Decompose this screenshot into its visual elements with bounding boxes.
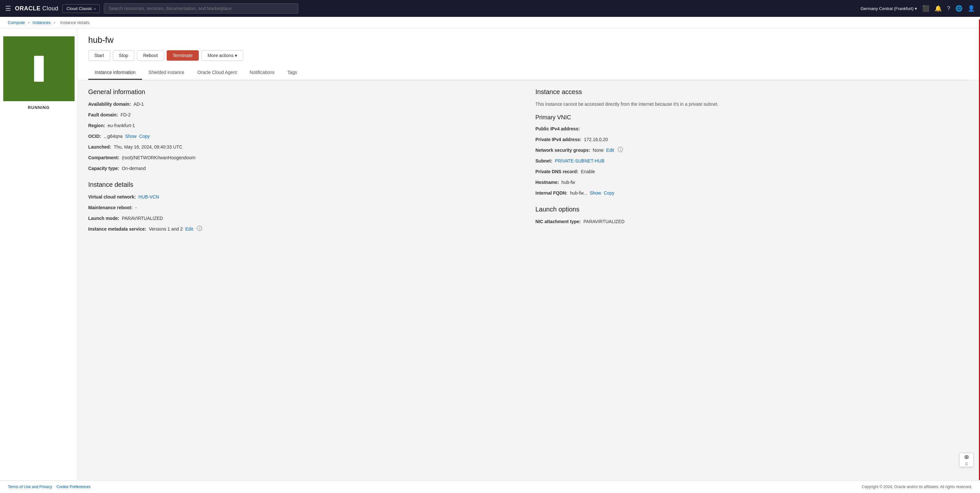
- right-panel: hub-fw Start Stop Reboot Terminate More …: [78, 29, 980, 492]
- instance-details-section: Instance details Virtual cloud network: …: [88, 181, 522, 232]
- nic-attachment-value: PARAVIRTUALIZED: [583, 218, 625, 225]
- nsg-value: None: [593, 147, 603, 154]
- help-widget[interactable]: ⊕ ⠿: [959, 453, 974, 467]
- instance-details-title: Instance details: [88, 181, 522, 188]
- help-widget-icon: ⊕: [964, 453, 969, 461]
- vcn-label: Virtual cloud network:: [88, 194, 136, 200]
- launched-value: Thu, May 16, 2024, 09:40:33 UTC: [114, 144, 183, 151]
- nsg-info-icon[interactable]: i: [618, 147, 623, 152]
- nsg-edit-link[interactable]: Edit: [606, 147, 614, 154]
- oracle-logo: ORACLE Cloud: [15, 5, 58, 12]
- terms-link[interactable]: Terms of Use and Privacy: [8, 485, 52, 489]
- region-value: eu-frankfurt-1: [108, 122, 135, 129]
- help-icon[interactable]: ?: [947, 5, 950, 12]
- subnet-value-link[interactable]: PRIVATE-SUBNET-HUB: [555, 157, 605, 164]
- maintenance-reboot-row: Maintenance reboot: -: [88, 204, 522, 211]
- ocid-value: ...g64qna: [104, 133, 123, 140]
- breadcrumb: Compute › Instances › Instance details: [0, 17, 980, 29]
- footer-left: Terms of Use and Privacy Cookie Preferen…: [8, 485, 91, 489]
- user-avatar[interactable]: 👤: [968, 5, 975, 12]
- action-buttons: Start Stop Reboot Terminate More actions…: [88, 50, 970, 60]
- more-actions-label: More actions: [208, 53, 234, 58]
- launch-options-section: Launch options NIC attachment type: PARA…: [535, 206, 970, 225]
- fqdn-row: Internal FQDN: hub-fw... Show Copy: [535, 190, 970, 197]
- instance-image: [3, 36, 75, 101]
- breadcrumb-compute[interactable]: Compute: [8, 20, 25, 25]
- nic-attachment-row: NIC attachment type: PARAVIRTUALIZED: [535, 218, 970, 225]
- instance-access-title: Instance access: [535, 88, 970, 96]
- main-content: RUNNING hub-fw Start Stop Reboot Termina…: [0, 29, 980, 492]
- more-actions-button[interactable]: More actions ▾: [201, 50, 243, 60]
- launched-row: Launched: Thu, May 16, 2024, 09:40:33 UT…: [88, 144, 522, 151]
- start-button[interactable]: Start: [88, 50, 110, 60]
- compartment-value: (root)/NETWORK/IwanHoogendoorn: [122, 154, 196, 161]
- instance-image-icon: [34, 56, 44, 82]
- general-information: General information Availability domain:…: [88, 88, 522, 172]
- hostname-label: Hostname:: [535, 179, 559, 186]
- compartment-row: Compartment: (root)/NETWORK/IwanHoogendo…: [88, 154, 522, 161]
- private-ipv4-row: Private IPv4 address: 172.16.0.20: [535, 136, 970, 143]
- vcn-row: Virtual cloud network: HUB-VCN: [88, 194, 522, 200]
- private-dns-label: Private DNS record:: [535, 169, 578, 175]
- launch-mode-row: Launch mode: PARAVIRTUALIZED: [88, 215, 522, 222]
- tabs: Instance information Shielded instance O…: [88, 66, 970, 80]
- reboot-button[interactable]: Reboot: [137, 50, 164, 60]
- launch-mode-label: Launch mode:: [88, 215, 119, 222]
- chevron-down-icon: ▾: [915, 6, 917, 11]
- footer-copyright: Copyright © 2024, Oracle and/or its affi…: [862, 485, 972, 489]
- compartment-label: Compartment:: [88, 154, 119, 161]
- metadata-edit-link[interactable]: Edit: [185, 226, 193, 232]
- instance-header: hub-fw Start Stop Reboot Terminate More …: [78, 29, 980, 80]
- nsg-label: Network security groups:: [535, 147, 590, 154]
- help-widget-grid: ⠿: [965, 462, 968, 466]
- availability-domain-label: Availability domain:: [88, 101, 131, 108]
- bell-icon[interactable]: 🔔: [935, 5, 942, 12]
- cloud-classic-button[interactable]: Cloud Classic ›: [62, 4, 100, 13]
- search-input[interactable]: [104, 3, 298, 14]
- globe-icon[interactable]: 🌐: [955, 5, 963, 12]
- tab-notifications[interactable]: Notifications: [243, 66, 281, 80]
- instance-status: RUNNING: [28, 105, 50, 110]
- metadata-service-label: Instance metadata service:: [88, 226, 146, 232]
- availability-domain-row: Availability domain: AD-1: [88, 101, 522, 108]
- capacity-type-label: Capacity type:: [88, 165, 119, 172]
- ocid-copy-link[interactable]: Copy: [139, 133, 150, 140]
- tab-oracle-cloud-agent[interactable]: Oracle Cloud Agent: [191, 66, 243, 80]
- vcn-value-link[interactable]: HUB-VCN: [138, 194, 159, 200]
- fault-domain-row: Fault domain: FD-2: [88, 111, 522, 118]
- breadcrumb-instances[interactable]: Instances: [32, 20, 51, 25]
- chevron-down-icon: ▾: [235, 53, 237, 58]
- hamburger-menu[interactable]: ☰: [5, 5, 11, 12]
- fault-domain-label: Fault domain:: [88, 111, 118, 118]
- ocid-row: OCID: ...g64qna Show Copy: [88, 133, 522, 140]
- hostname-value: hub-fw: [562, 179, 575, 186]
- terminate-button[interactable]: Terminate: [167, 50, 199, 60]
- stop-button[interactable]: Stop: [113, 50, 135, 60]
- tab-tags[interactable]: Tags: [281, 66, 304, 80]
- tab-content: General information Availability domain:…: [78, 80, 980, 244]
- breadcrumb-separator-2: ›: [54, 20, 56, 25]
- tab-shielded-instance[interactable]: Shielded instance: [142, 66, 191, 80]
- metadata-service-row: Instance metadata service: Versions 1 an…: [88, 226, 522, 232]
- fqdn-value: hub-fw...: [570, 190, 587, 197]
- tab-instance-information[interactable]: Instance information: [88, 66, 142, 80]
- ocid-show-link[interactable]: Show: [125, 133, 137, 140]
- private-dns-value: Enable: [581, 169, 595, 175]
- fqdn-copy-link[interactable]: Copy: [604, 190, 614, 197]
- launched-label: Launched:: [88, 144, 111, 151]
- launch-mode-value: PARAVIRTUALIZED: [122, 215, 163, 222]
- cookie-link[interactable]: Cookie Preferences: [56, 485, 91, 489]
- region-label: Region:: [88, 122, 105, 129]
- terminal-icon[interactable]: ⬛: [922, 5, 929, 12]
- access-section: Instance access This instance cannot be …: [522, 88, 970, 237]
- region-label: Germany Central (Frankfurt): [861, 6, 913, 11]
- info-icon[interactable]: i: [197, 226, 202, 231]
- left-panel: RUNNING: [0, 29, 78, 492]
- primary-vnic-title: Primary VNIC: [535, 114, 970, 121]
- availability-domain-value: AD-1: [134, 101, 144, 108]
- fqdn-show-link[interactable]: Show: [590, 190, 601, 197]
- metadata-service-value: Versions 1 and 2: [149, 226, 183, 232]
- capacity-type-row: Capacity type: On-demand: [88, 165, 522, 172]
- public-ipv4-row: Public IPv4 address:: [535, 126, 970, 132]
- region-selector[interactable]: Germany Central (Frankfurt) ▾: [861, 6, 917, 11]
